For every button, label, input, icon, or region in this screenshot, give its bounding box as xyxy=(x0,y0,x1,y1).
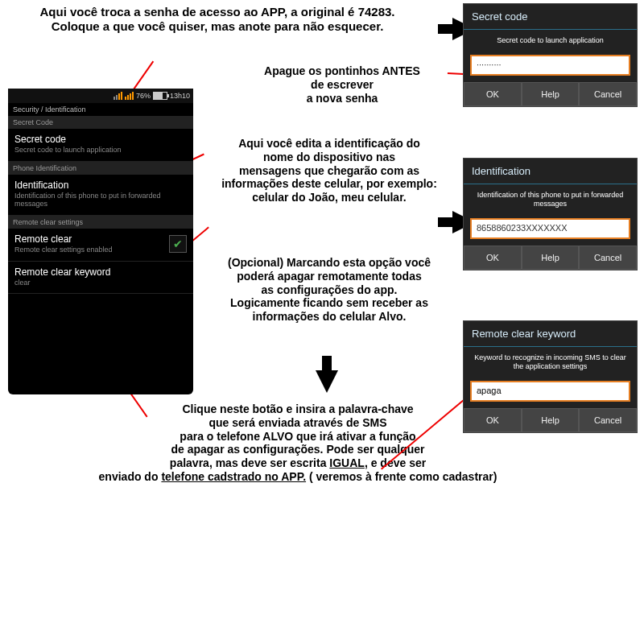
kw-phone: telefone cadstrado no APP. xyxy=(161,470,306,483)
checkbox-remote[interactable]: ✔ xyxy=(169,235,187,253)
row-sub: clear xyxy=(14,279,187,287)
dialog-remote-keyword: Remote clear keyword Keyword to recogniz… xyxy=(463,320,638,433)
note-top: Aqui você troca a senha de acesso ao APP… xyxy=(0,5,435,34)
help-button[interactable]: Help xyxy=(522,246,580,270)
keyword-input[interactable]: apaga xyxy=(470,381,630,402)
dialog-title: Remote clear keyword xyxy=(464,321,637,347)
kw-igual: IGUAL xyxy=(329,456,365,469)
battery-pct: 76% xyxy=(136,92,151,100)
status-time: 13h10 xyxy=(170,92,190,100)
row-identification[interactable]: Identification Identification of this ph… xyxy=(8,175,193,216)
battery-icon xyxy=(153,92,167,100)
row-remote-clear[interactable]: Remote clear Remote clear settings enabl… xyxy=(8,229,193,262)
help-button[interactable]: Help xyxy=(522,82,580,106)
section-remote: Remote clear settings xyxy=(8,216,193,229)
dialog-title: Secret code xyxy=(464,4,637,30)
row-secret-code[interactable]: Secret code Secret code to launch applic… xyxy=(8,129,193,162)
section-ident: Phone Identification xyxy=(8,162,193,175)
signal-icon-2 xyxy=(125,92,134,100)
secret-code-input[interactable]: ·········· xyxy=(470,55,630,76)
dialog-title: Identification xyxy=(464,159,637,184)
ok-button[interactable]: OK xyxy=(464,82,522,106)
dialog-sub: Identification of this phone to put in f… xyxy=(464,184,637,215)
row-sub: Remote clear settings enabled xyxy=(14,246,187,254)
arrow-down xyxy=(316,370,338,393)
phone-screenshot: 76% 13h10 Security / Identification Secr… xyxy=(8,89,193,394)
cancel-button[interactable]: Cancel xyxy=(579,82,637,106)
dialog-sub: Keyword to recognize in incoming SMS to … xyxy=(464,347,637,378)
note-remote: (Opcional) Marcando esta opção você pode… xyxy=(204,256,454,324)
status-bar: 76% 13h10 xyxy=(8,89,193,103)
dialog-identification: Identification Identification of this ph… xyxy=(463,158,638,270)
kw-e: ( veremos à frente como cadastrar) xyxy=(306,470,497,483)
row-title: Remote clear xyxy=(14,233,187,245)
ok-button[interactable]: OK xyxy=(464,246,522,270)
signal-icon xyxy=(114,92,122,100)
cancel-button[interactable]: Cancel xyxy=(579,408,637,432)
breadcrumb: Security / Identification xyxy=(8,103,193,116)
dialog-sub: Secret code to launch application xyxy=(464,30,637,52)
row-remote-keyword[interactable]: Remote clear keyword clear xyxy=(8,262,193,295)
row-title: Identification xyxy=(14,180,187,191)
note-erase: Apague os pontinhos ANTES de escrever a … xyxy=(237,64,447,105)
row-sub: Secret code to launch application xyxy=(14,147,187,155)
row-sub: Identification of this phone to put in f… xyxy=(14,192,187,208)
identification-input[interactable]: 8658860233XXXXXXX xyxy=(470,218,630,239)
dialog-secret-code: Secret code Secret code to launch applic… xyxy=(463,3,638,107)
row-title: Remote clear keyword xyxy=(14,266,187,278)
row-title: Secret code xyxy=(14,134,187,145)
note-ident: Aqui você edita a identificação do nome … xyxy=(204,137,454,204)
cancel-button[interactable]: Cancel xyxy=(579,246,637,270)
ok-button[interactable]: OK xyxy=(464,408,522,432)
help-button[interactable]: Help xyxy=(522,408,580,432)
section-secret: Secret Code xyxy=(8,116,193,129)
